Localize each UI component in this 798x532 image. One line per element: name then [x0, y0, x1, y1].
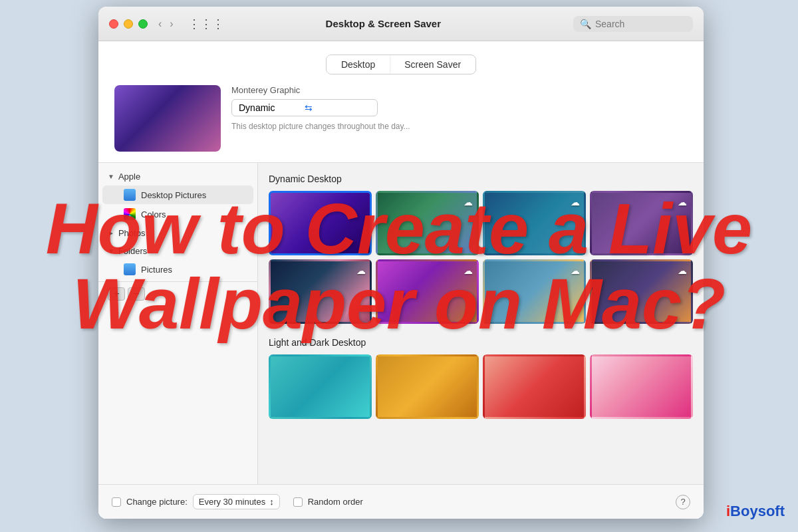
folder-icon	[124, 189, 136, 201]
chevron-right-icon: ►	[108, 229, 114, 237]
chevron-down-icon: ▼	[108, 173, 114, 180]
cloud-download-icon: ☁	[571, 197, 580, 207]
sidebar-item-colors[interactable]: Colors	[102, 205, 253, 223]
sidebar-item-label: Desktop Pictures	[141, 190, 206, 200]
cloud-download-icon: ☁	[356, 265, 366, 276]
wallpaper-cell[interactable]: ☁	[269, 259, 372, 324]
sidebar-group-photos: ► Photos	[98, 225, 257, 241]
top-section: Desktop Screen Saver Monterey Graphic Dy…	[98, 41, 704, 163]
sidebar-item-pictures[interactable]: Pictures	[102, 260, 253, 279]
help-button[interactable]: ?	[676, 495, 690, 509]
wallpaper-cell[interactable]: ☁	[483, 191, 586, 255]
wallpaper-cell[interactable]	[376, 354, 479, 419]
cloud-download-icon: ☁	[571, 265, 580, 276]
chevron-updown-icon: ↕	[269, 497, 274, 507]
bottom-bar: Change picture: Every 30 minutes ↕ Rando…	[98, 484, 704, 519]
mac-window: ‹ › ⋮⋮⋮ Desktop & Screen Saver 🔍 Desktop…	[98, 7, 704, 519]
sidebar-group-label-apple: Apple	[118, 172, 140, 182]
nav-buttons: ‹ ›	[156, 17, 176, 31]
title-bar: ‹ › ⋮⋮⋮ Desktop & Screen Saver 🔍	[98, 7, 704, 41]
close-button[interactable]	[109, 19, 118, 29]
cloud-download-icon: ☁	[678, 197, 687, 207]
wallpaper-thumbnail	[114, 85, 221, 152]
wallpaper-mode-dropdown[interactable]: Dynamic ⇆	[231, 99, 378, 116]
sidebar-group-header-photos[interactable]: ► Photos	[98, 225, 257, 241]
iboysoft-suffix: Boysoft	[730, 503, 785, 519]
wallpaper-cell[interactable]: ☁	[376, 191, 479, 255]
random-order-checkbox[interactable]	[293, 497, 303, 507]
sidebar-item-label: Pictures	[141, 265, 172, 275]
sidebar-group-apple: ▼ Apple Desktop Pictures Colors	[98, 168, 257, 223]
tabs-row: Desktop Screen Saver	[326, 55, 476, 74]
window-title: Desktop & Screen Saver	[194, 18, 573, 29]
change-picture-checkbox[interactable]	[112, 497, 121, 507]
light-dark-desktop-grid	[269, 354, 693, 419]
search-icon: 🔍	[580, 19, 591, 29]
sidebar: ▼ Apple Desktop Pictures Colors	[98, 163, 258, 484]
random-order-row: Random order	[293, 497, 363, 507]
tab-desktop[interactable]: Desktop	[327, 55, 390, 74]
chevron-down-icon: ▼	[108, 247, 114, 255]
wallpaper-description: This desktop picture changes throughout …	[231, 122, 471, 131]
wallpaper-mode-value: Dynamic	[239, 102, 305, 113]
iboysoft-prefix: i	[726, 503, 730, 519]
tab-screen-saver[interactable]: Screen Saver	[390, 55, 475, 74]
dynamic-desktop-grid: ☁ ☁ ☁ ☁ ☁ ☁	[269, 191, 693, 324]
wallpaper-cell[interactable]: ☁	[376, 259, 479, 324]
wallpaper-cell[interactable]	[590, 354, 693, 419]
interval-dropdown[interactable]: Every 30 minutes ↕	[193, 494, 280, 509]
back-button[interactable]: ‹	[156, 17, 164, 31]
section-title-light-dark: Light and Dark Desktop	[269, 337, 693, 348]
folder-icon	[124, 263, 136, 275]
search-input[interactable]	[595, 19, 675, 29]
sidebar-item-desktop-pictures[interactable]: Desktop Pictures	[102, 186, 253, 204]
cloud-download-icon: ☁	[678, 265, 687, 276]
cloud-download-icon: ☁	[464, 197, 473, 207]
chevron-down-icon: ⇆	[305, 102, 370, 113]
interval-value: Every 30 minutes	[199, 497, 265, 507]
sidebar-item-label: Colors	[141, 209, 166, 219]
wallpaper-cell[interactable]: ☁	[483, 259, 586, 324]
add-folder-button[interactable]: +	[108, 287, 125, 301]
sidebar-add-remove: + −	[98, 281, 257, 306]
wallpaper-thumb-inner	[114, 85, 221, 152]
maximize-button[interactable]	[138, 19, 148, 29]
wallpaper-cell[interactable]	[483, 354, 586, 419]
wallpaper-grid-area: Dynamic Desktop ☁ ☁ ☁ ☁	[258, 163, 704, 484]
colors-icon	[124, 208, 136, 220]
iboysoft-branding: iBoysoft	[726, 503, 785, 520]
section-title-dynamic: Dynamic Desktop	[269, 174, 693, 184]
main-body: ▼ Apple Desktop Pictures Colors	[98, 163, 704, 484]
search-bar[interactable]: 🔍	[573, 16, 693, 32]
wallpaper-preview-row: Monterey Graphic Dynamic ⇆ This desktop …	[114, 85, 688, 152]
wallpaper-cell[interactable]: ☁	[590, 259, 693, 324]
wallpaper-cell[interactable]	[269, 354, 372, 419]
wallpaper-name-label: Monterey Graphic	[231, 85, 688, 95]
sidebar-group-folders: ▼ Folders Pictures	[98, 243, 257, 279]
minimize-button[interactable]	[124, 19, 133, 29]
wallpaper-cell[interactable]: ☁	[590, 191, 693, 255]
forward-button[interactable]: ›	[167, 17, 176, 31]
wallpaper-cell[interactable]	[269, 191, 372, 255]
cloud-download-icon: ☁	[464, 265, 473, 276]
sidebar-group-header-apple[interactable]: ▼ Apple	[98, 168, 257, 185]
sidebar-group-label-photos: Photos	[118, 228, 145, 238]
wallpaper-settings: Monterey Graphic Dynamic ⇆ This desktop …	[231, 85, 688, 131]
content-area: Desktop Screen Saver Monterey Graphic Dy…	[98, 41, 704, 519]
change-picture-row: Change picture: Every 30 minutes ↕	[112, 494, 280, 509]
traffic-lights	[109, 19, 148, 29]
change-picture-label: Change picture:	[126, 497, 188, 507]
remove-folder-button[interactable]: −	[128, 287, 145, 301]
random-order-label: Random order	[308, 497, 363, 507]
sidebar-group-label-folders: Folders	[118, 246, 147, 256]
sidebar-group-header-folders[interactable]: ▼ Folders	[98, 243, 257, 259]
